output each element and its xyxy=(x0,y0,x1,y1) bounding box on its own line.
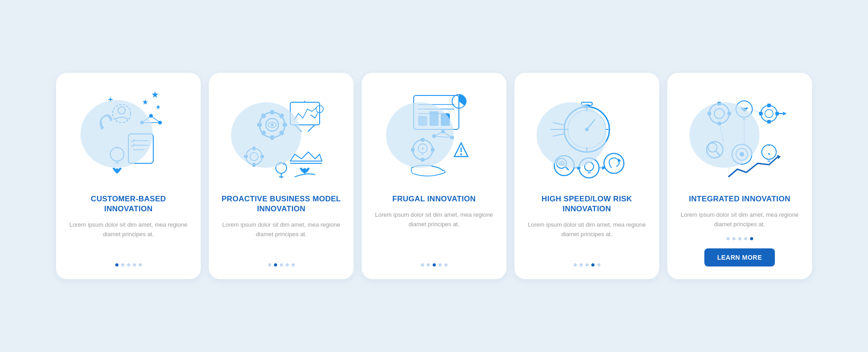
dot-3 xyxy=(738,237,741,240)
dot-2 xyxy=(732,237,736,240)
card-proactive: PROACTIVE BUSINESS MODEL INNOVATION Lore… xyxy=(209,73,354,280)
card-title-integrated: INTEGRATED INNOVATION xyxy=(689,194,790,204)
svg-point-99 xyxy=(604,153,624,173)
card-body-frugal: Lorem ipsum dolor sit dim amet, mea regi… xyxy=(373,210,495,256)
dot-4 xyxy=(591,263,594,266)
illustration-proactive xyxy=(220,86,343,186)
dot-3 xyxy=(585,263,589,266)
cards-container: ★ ★ ★ + xyxy=(27,73,841,280)
card-title-customer: CUSTOMER-BASED INNOVATION xyxy=(67,194,190,214)
svg-text:★: ★ xyxy=(151,90,159,100)
card-high-speed: HIGH SPEED/LOW RISK INNOVATION Lorem ips… xyxy=(514,73,659,280)
svg-text:✦: ✦ xyxy=(767,152,771,157)
card-body-customer: Lorem ipsum dolor sit dim amet, mea regi… xyxy=(67,220,190,256)
card-integrated: ✦ INTEGRATED INNOVATION Lorem ipsum dolo… xyxy=(667,73,812,280)
svg-text:★: ★ xyxy=(142,98,148,106)
svg-marker-100 xyxy=(618,158,621,162)
illustration-high-speed xyxy=(525,86,648,186)
dot-2 xyxy=(121,263,124,266)
dot-4 xyxy=(286,263,289,266)
svg-point-110 xyxy=(761,105,777,122)
illustration-customer-based: ★ ★ ★ + xyxy=(67,86,190,186)
svg-line-38 xyxy=(315,113,318,118)
card-title-frugal: FRUGAL INNOVATION xyxy=(392,194,476,204)
dot-5 xyxy=(597,263,600,266)
dot-3 xyxy=(433,263,436,266)
svg-marker-117 xyxy=(783,112,787,115)
dot-4 xyxy=(133,263,136,266)
card-frugal: ✦ FRUGAL INNOVATION Lorem ipsum dolor si… xyxy=(362,73,506,280)
dot-5 xyxy=(444,263,448,266)
dots-high-speed xyxy=(574,263,600,266)
dot-2 xyxy=(427,263,430,266)
dots-customer xyxy=(115,263,142,266)
dot-3 xyxy=(280,263,283,266)
dot-5 xyxy=(139,263,142,266)
learn-more-button[interactable]: LEARN MORE xyxy=(704,248,774,266)
card-customer-based: ★ ★ ★ + xyxy=(56,73,201,280)
dot-2 xyxy=(580,263,583,266)
dot-4 xyxy=(744,237,747,240)
svg-line-36 xyxy=(308,125,315,132)
svg-text:★: ★ xyxy=(156,104,161,110)
svg-rect-113 xyxy=(767,120,771,124)
dot-3 xyxy=(127,263,130,266)
illustration-frugal: ✦ xyxy=(373,86,495,186)
card-body-proactive: Lorem ipsum dolor sit dim amet, mea regi… xyxy=(220,220,343,256)
dot-1 xyxy=(115,263,118,266)
card-title-proactive: PROACTIVE BUSINESS MODEL INNOVATION xyxy=(220,194,343,214)
dot-1 xyxy=(268,263,271,266)
dot-5 xyxy=(750,237,753,240)
card-body-high-speed: Lorem ipsum dolor sit dim amet, mea regi… xyxy=(525,220,648,256)
dots-proactive xyxy=(268,263,295,266)
card-body-integrated: Lorem ipsum dolor sit dim amet, mea regi… xyxy=(678,210,801,229)
svg-marker-129 xyxy=(777,155,781,159)
dot-5 xyxy=(292,263,295,266)
card-title-high-speed: HIGH SPEED/LOW RISK INNOVATION xyxy=(525,194,648,214)
svg-rect-112 xyxy=(767,104,771,107)
dots-frugal xyxy=(421,263,448,266)
dots-integrated xyxy=(726,237,753,240)
svg-line-131 xyxy=(752,109,761,114)
illustration-integrated: ✦ xyxy=(678,86,801,186)
svg-line-39 xyxy=(311,115,315,118)
svg-point-60 xyxy=(460,153,462,155)
svg-point-111 xyxy=(765,109,773,118)
dot-4 xyxy=(439,263,442,266)
dot-1 xyxy=(574,263,577,266)
svg-line-19 xyxy=(151,116,160,123)
dot-2 xyxy=(274,263,277,266)
dot-1 xyxy=(726,237,730,240)
dot-1 xyxy=(421,263,424,266)
